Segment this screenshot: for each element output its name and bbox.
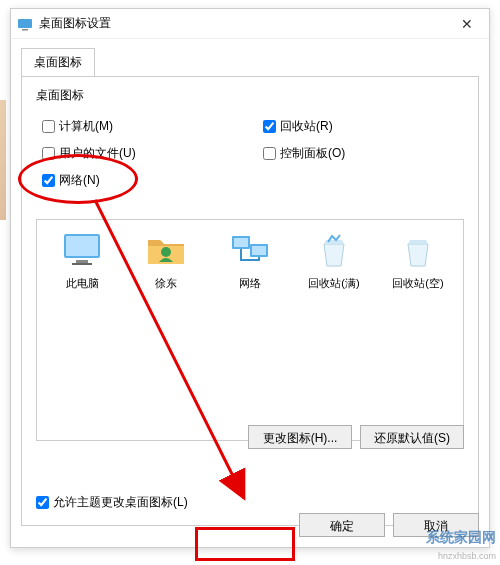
checkbox-network[interactable]: 网络(N) [42,172,243,189]
icon-preview: 此电脑 徐东 网络 回收站(满) [36,219,464,441]
ok-button[interactable]: 确定 [299,513,385,537]
theme-checkbox-input[interactable] [36,496,49,509]
checkbox-controlpanel-input[interactable] [263,147,276,160]
checkbox-network-input[interactable] [42,174,55,187]
recycle-full-icon [312,230,356,270]
svg-rect-10 [252,246,266,255]
checkbox-recyclebin[interactable]: 回收站(R) [263,118,464,135]
svg-point-6 [161,247,171,257]
checkbox-userfiles-input[interactable] [42,147,55,160]
icon-thispc[interactable]: 此电脑 [43,230,121,291]
svg-rect-4 [76,260,88,263]
checkbox-computer[interactable]: 计算机(M) [42,118,243,135]
icon-network-label: 网络 [211,276,289,291]
tab-strip: 桌面图标 [11,39,489,76]
svg-rect-0 [18,19,32,28]
theme-checkbox-label: 允许主题更改桌面图标(L) [53,494,188,511]
checkbox-computer-input[interactable] [42,120,55,133]
icon-network[interactable]: 网络 [211,230,289,291]
checkbox-userfiles-label: 用户的文件(U) [59,145,136,162]
tab-content: 桌面图标 计算机(M) 回收站(R) 用户的文件(U) 控制面板(O) 网络(N… [21,76,479,526]
restore-default-button[interactable]: 还原默认值(S) [360,425,464,449]
icon-recyclefull-label: 回收站(满) [295,276,373,291]
checkbox-network-label: 网络(N) [59,172,100,189]
tab-desktop-icons[interactable]: 桌面图标 [21,48,95,77]
change-icon-button[interactable]: 更改图标(H)... [248,425,352,449]
decorative-stripe [0,100,6,220]
svg-rect-3 [66,236,98,256]
checkbox-recyclebin-input[interactable] [263,120,276,133]
watermark-text: 系统家园网 [426,529,496,547]
icon-buttons-row: 更改图标(H)... 还原默认值(S) [248,425,464,449]
checkbox-recyclebin-label: 回收站(R) [280,118,333,135]
checkbox-computer-label: 计算机(M) [59,118,113,135]
theme-checkbox[interactable]: 允许主题更改桌面图标(L) [36,494,188,511]
svg-rect-1 [22,29,28,31]
icon-thispc-label: 此电脑 [43,276,121,291]
close-button[interactable]: ✕ [451,16,483,32]
thispc-icon [60,230,104,270]
window-title: 桌面图标设置 [39,15,451,32]
svg-rect-9 [234,238,248,247]
checkbox-grid: 计算机(M) 回收站(R) 用户的文件(U) 控制面板(O) 网络(N) [42,114,464,195]
app-icon [17,16,33,32]
watermark-url: hnzxhbsb.com [438,551,496,561]
icon-recyclefull[interactable]: 回收站(满) [295,230,373,291]
icon-recycleempty[interactable]: 回收站(空) [379,230,457,291]
icon-recycleempty-label: 回收站(空) [379,276,457,291]
network-icon [228,230,272,270]
folder-icon [144,230,188,270]
checkbox-controlpanel-label: 控制面板(O) [280,145,345,162]
checkbox-userfiles[interactable]: 用户的文件(U) [42,145,243,162]
recycle-empty-icon [396,230,440,270]
icon-userfolder[interactable]: 徐东 [127,230,205,291]
dialog-window: 桌面图标设置 ✕ 桌面图标 桌面图标 计算机(M) 回收站(R) 用户的文件(U… [10,8,490,548]
svg-rect-5 [72,263,92,265]
group-label: 桌面图标 [36,87,464,104]
titlebar: 桌面图标设置 ✕ [11,9,489,39]
icon-userfolder-label: 徐东 [127,276,205,291]
checkbox-controlpanel[interactable]: 控制面板(O) [263,145,464,162]
